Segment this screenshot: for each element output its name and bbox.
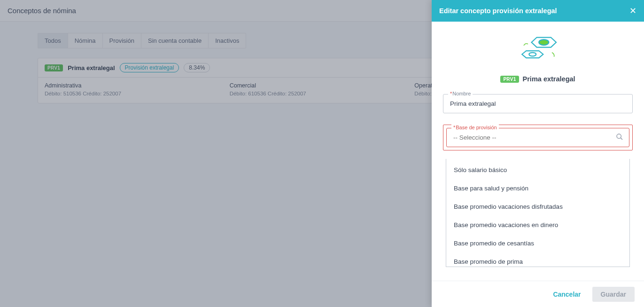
save-button[interactable]: Guardar xyxy=(592,287,635,302)
svg-line-5 xyxy=(621,138,622,140)
dropdown-option[interactable]: Base promedio vacaciones en dinero xyxy=(446,216,629,234)
cancel-button[interactable]: Cancelar xyxy=(546,287,587,302)
edit-drawer: Editar concepto provisión extralegal ✕ P… xyxy=(432,0,644,307)
base-error-block: Base de provisión xyxy=(443,125,633,150)
dropdown-option[interactable]: Base promedio de prima xyxy=(446,252,629,267)
base-dropdown[interactable]: Sólo salario básico Base para salud y pe… xyxy=(446,159,630,267)
dropdown-option[interactable]: Base promedio de cesantías xyxy=(446,234,629,252)
drawer-footer: Cancelar Guardar xyxy=(432,281,644,307)
drawer-concept-title-row: PRV1 Prima extralegal xyxy=(443,75,633,83)
drawer-title: Editar concepto provisión extralegal xyxy=(439,7,557,15)
dropdown-option[interactable]: Base promedio vacaciones disfrutadas xyxy=(446,197,629,216)
dropdown-option[interactable]: Sólo salario básico xyxy=(446,161,629,179)
svg-point-1 xyxy=(529,53,536,56)
name-label: Nombre xyxy=(448,91,473,96)
base-label: Base de provisión xyxy=(451,125,499,130)
drawer-concept-name: Prima extralegal xyxy=(523,75,575,83)
drawer-header: Editar concepto provisión extralegal ✕ xyxy=(432,0,644,22)
svg-point-4 xyxy=(617,134,621,138)
name-input[interactable] xyxy=(443,94,632,113)
close-icon[interactable]: ✕ xyxy=(629,7,636,15)
svg-point-3 xyxy=(539,39,549,45)
drawer-concept-tag: PRV1 xyxy=(500,76,519,83)
base-field-wrap: Base de provisión xyxy=(446,128,629,147)
base-select-input[interactable] xyxy=(447,128,610,147)
dropdown-option[interactable]: Base para salud y pensión xyxy=(446,179,629,197)
name-field-wrap: Nombre xyxy=(443,94,633,113)
drawer-illustration xyxy=(443,33,633,69)
search-icon[interactable] xyxy=(610,133,629,142)
drawer-body: PRV1 Prima extralegal Nombre Base de pro… xyxy=(432,22,644,281)
